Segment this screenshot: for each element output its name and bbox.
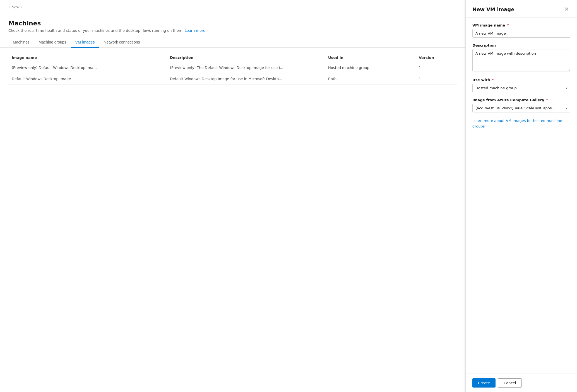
close-icon: ✕	[564, 6, 569, 12]
cell-description: Default Windows Desktop Image for use in…	[167, 73, 325, 85]
use-with-label: Use with *	[472, 78, 570, 82]
table-row[interactable]: (Preview only) Default Windows Desktop I…	[8, 62, 457, 73]
learn-more-vm-images-link[interactable]: Learn more about VM images for hosted ma…	[472, 119, 562, 128]
use-with-select-wrapper: Hosted machine group Both ▾	[472, 84, 570, 92]
use-with-group: Use with * Hosted machine group Both ▾	[472, 78, 570, 92]
tab-machine-groups[interactable]: Machine groups	[34, 37, 71, 48]
vm-image-name-label: VM image name *	[472, 23, 570, 27]
create-button[interactable]: Create	[472, 378, 496, 388]
cell-image-name: (Preview only) Default Windows Desktop I…	[8, 62, 167, 73]
description-label: Description	[472, 43, 570, 47]
image-gallery-group: Image from Azure Compute Gallery * (acg_…	[472, 98, 570, 112]
col-header-description: Description	[167, 53, 325, 62]
col-header-used-in: Used in	[325, 53, 415, 62]
table-area: Image name Description Used in Version (…	[0, 48, 465, 392]
col-header-image-name: Image name	[8, 53, 167, 62]
vm-image-name-input[interactable]	[472, 29, 570, 38]
panel-body: VM image name * Description A new VM ima…	[466, 18, 577, 374]
tabs-bar: Machines Machine groups VM images Networ…	[0, 37, 465, 48]
tab-machines[interactable]: Machines	[8, 37, 34, 48]
cell-description: (Preview only) The Default Windows Deskt…	[167, 62, 325, 73]
required-indicator: *	[491, 78, 494, 82]
use-with-select[interactable]: Hosted machine group Both	[472, 84, 570, 92]
tab-network-connections[interactable]: Network connections	[99, 37, 145, 48]
vm-image-name-group: VM image name *	[472, 23, 570, 38]
required-indicator: *	[506, 23, 509, 27]
new-button[interactable]: + New ▾	[6, 3, 24, 11]
col-header-version: Version	[415, 53, 457, 62]
plus-icon: +	[8, 4, 10, 9]
cancel-button[interactable]: Cancel	[498, 378, 522, 388]
page-title: Machines	[8, 20, 457, 27]
table-row[interactable]: Default Windows Desktop Image Default Wi…	[8, 73, 457, 85]
cell-used-in: Hosted machine group	[325, 62, 415, 73]
tab-vm-images[interactable]: VM images	[71, 37, 99, 48]
toolbar: + New ▾	[0, 0, 465, 14]
required-indicator: *	[545, 98, 548, 102]
image-gallery-select-wrapper: (acg_west_us_WorkQueue_ScaleTest_apos...…	[472, 104, 570, 112]
new-vm-image-panel: New VM image ✕ VM image name * Descripti…	[465, 0, 577, 392]
description-group: Description A new VM image with descript…	[472, 43, 570, 72]
learn-more-link[interactable]: Learn more	[185, 28, 205, 33]
panel-title: New VM image	[472, 6, 514, 12]
new-button-label: New	[11, 5, 19, 9]
cell-version: 1	[415, 62, 457, 73]
page-header: Machines Check the real-time health and …	[0, 14, 465, 37]
page-subtitle: Check the real-time health and status of…	[8, 28, 457, 33]
cell-version: 1	[415, 73, 457, 85]
description-input[interactable]: A new VM image with description	[472, 49, 570, 71]
image-gallery-label: Image from Azure Compute Gallery *	[472, 98, 570, 102]
panel-footer: Create Cancel	[466, 374, 577, 392]
vm-images-table: Image name Description Used in Version (…	[8, 53, 457, 85]
cell-image-name: Default Windows Desktop Image	[8, 73, 167, 85]
panel-close-button[interactable]: ✕	[563, 6, 570, 13]
chevron-down-icon: ▾	[20, 6, 22, 9]
image-gallery-select[interactable]: (acg_west_us_WorkQueue_ScaleTest_apos...	[472, 104, 570, 112]
cell-used-in: Both	[325, 73, 415, 85]
panel-header: New VM image ✕	[466, 0, 577, 18]
